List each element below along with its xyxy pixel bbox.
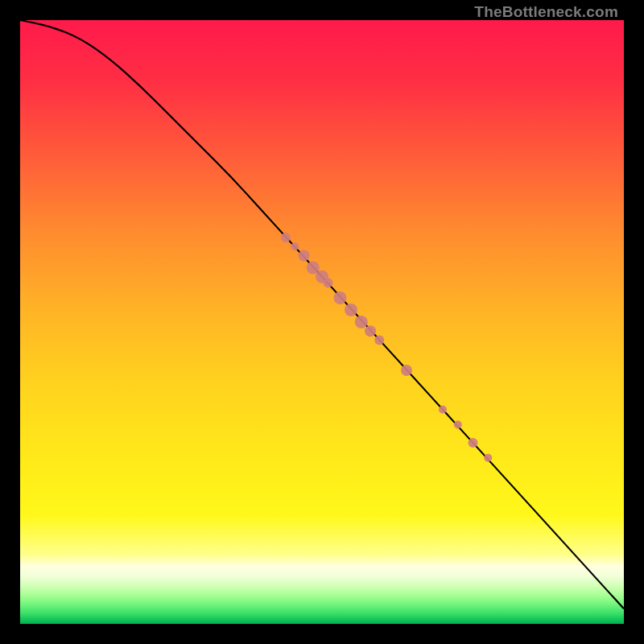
data-marker (281, 233, 291, 242)
data-marker (484, 454, 492, 462)
data-marker (469, 438, 478, 448)
data-marker (324, 278, 333, 287)
data-marker (334, 291, 347, 304)
plot-area (20, 20, 624, 624)
data-marker (439, 406, 447, 414)
data-marker (374, 336, 384, 345)
data-marker (345, 303, 357, 316)
data-marker (454, 421, 462, 429)
data-marker (365, 325, 376, 336)
data-marker (355, 316, 368, 328)
data-marker (291, 242, 299, 250)
gradient-background (20, 20, 624, 624)
chart-svg (20, 20, 624, 624)
data-marker (401, 365, 412, 376)
chart-frame: TheBottleneck.com (0, 0, 644, 644)
data-marker (299, 250, 310, 262)
watermark-text: TheBottleneck.com (474, 3, 618, 21)
